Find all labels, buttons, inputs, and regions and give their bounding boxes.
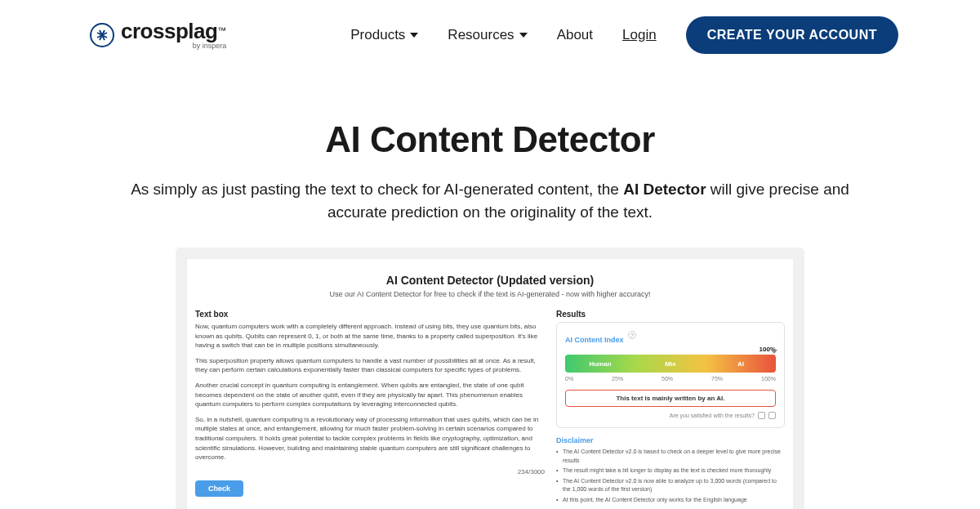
nav-products[interactable]: Products [350, 27, 418, 43]
main-nav: Products Resources About Login CREATE YO… [350, 16, 898, 54]
bar-ticks: 0% 25% 50% 75% 100% [565, 376, 776, 382]
page-subtitle: As simply as just pasting the text to ch… [122, 178, 858, 223]
nav-login[interactable]: Login [622, 27, 657, 43]
chevron-down-icon [519, 33, 528, 38]
bar-segment-mix: Mix [635, 355, 706, 373]
hero: AI Content Detector As simply as just pa… [0, 70, 980, 248]
text-input[interactable]: Now, quantum computers work with a compl… [195, 322, 545, 462]
disclaimer: Disclaimer The AI Content Detector v2.0 … [556, 436, 785, 504]
result-bar: Human Mix AI [565, 355, 776, 373]
chevron-down-icon [410, 33, 418, 38]
create-account-button[interactable]: CREATE YOUR ACCOUNT [686, 16, 898, 54]
results-label: Results [556, 310, 785, 319]
bar-segment-human: Human [565, 355, 635, 373]
ai-content-index-label: AI Content Index [565, 336, 624, 344]
result-percentage: 100% [565, 346, 776, 353]
disclaimer-title: Disclaimer [556, 436, 785, 444]
bar-pointer-icon [771, 350, 777, 354]
logo[interactable]: crossplag™ by inspera [90, 20, 226, 50]
nav-resources[interactable]: Resources [448, 27, 527, 43]
word-count: 234/3000 [195, 468, 545, 476]
detector-title: AI Content Detector (Updated version) [203, 274, 777, 287]
thumbs-up-icon[interactable] [758, 412, 765, 419]
detector-subtitle: Use our AI Content Detector for free to … [203, 290, 777, 298]
header: crossplag™ by inspera Products Resources… [0, 0, 980, 70]
verdict-text: This text is mainly written by an AI. [565, 390, 776, 407]
nav-about[interactable]: About [557, 27, 593, 43]
info-icon[interactable]: ? [628, 331, 636, 339]
results-card: AI Content Index ? 100% Human Mix AI 0% [556, 322, 785, 428]
feedback-prompt: Are you satisfied with the results? [565, 412, 776, 419]
check-button[interactable]: Check [195, 480, 243, 497]
textbox-label: Text box [195, 310, 545, 319]
bar-segment-ai: AI [706, 355, 776, 373]
logo-text: crossplag™ by inspera [121, 20, 226, 50]
thumbs-down-icon[interactable] [768, 412, 776, 419]
detector-preview: AI Content Detector (Updated version) Us… [176, 248, 804, 509]
page-title: AI Content Detector [82, 119, 898, 160]
disclaimer-list: The AI Content Detector v2.0 is based to… [556, 448, 785, 504]
logo-icon [90, 23, 114, 47]
